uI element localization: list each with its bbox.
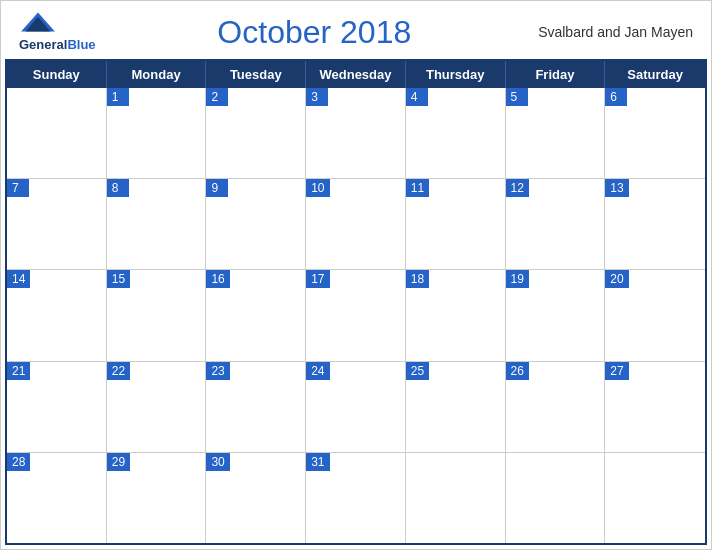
day-cell: 21: [7, 362, 107, 452]
day-number: 24: [306, 362, 329, 380]
day-cell: 1: [107, 88, 207, 178]
day-number: 26: [506, 362, 529, 380]
day-cell: 29: [107, 453, 207, 543]
day-cell: 14: [7, 270, 107, 360]
day-number: 14: [7, 270, 30, 288]
day-cell: 28: [7, 453, 107, 543]
day-cell: 26: [506, 362, 606, 452]
day-number: 17: [306, 270, 329, 288]
day-cell: 4: [406, 88, 506, 178]
day-header-tuesday: Tuesday: [206, 61, 306, 88]
calendar-header: GeneralBlue October 2018 Svalbard and Ja…: [1, 1, 711, 59]
day-number: 15: [107, 270, 130, 288]
day-cell: 10: [306, 179, 406, 269]
day-number: 31: [306, 453, 329, 471]
day-number: 7: [7, 179, 29, 197]
day-header-wednesday: Wednesday: [306, 61, 406, 88]
day-number: 18: [406, 270, 429, 288]
day-cell: 24: [306, 362, 406, 452]
day-header-saturday: Saturday: [605, 61, 705, 88]
day-number: 12: [506, 179, 529, 197]
day-headers: SundayMondayTuesdayWednesdayThursdayFrid…: [7, 61, 705, 88]
day-number: 20: [605, 270, 628, 288]
day-number: 6: [605, 88, 627, 106]
week-row-4: 21222324252627: [7, 362, 705, 453]
day-cell: 30: [206, 453, 306, 543]
day-header-friday: Friday: [506, 61, 606, 88]
day-number: 23: [206, 362, 229, 380]
day-cell: 25: [406, 362, 506, 452]
day-cell: 11: [406, 179, 506, 269]
day-number: 29: [107, 453, 130, 471]
region-name: Svalbard and Jan Mayen: [533, 24, 693, 40]
day-number: 25: [406, 362, 429, 380]
general-blue-logo-icon: [19, 11, 57, 33]
day-header-sunday: Sunday: [7, 61, 107, 88]
calendar-container: GeneralBlue October 2018 Svalbard and Ja…: [0, 0, 712, 550]
day-number: 1: [107, 88, 129, 106]
day-header-monday: Monday: [107, 61, 207, 88]
day-cell: 16: [206, 270, 306, 360]
day-cell: 27: [605, 362, 705, 452]
day-cell: [7, 88, 107, 178]
day-number: 30: [206, 453, 229, 471]
day-cell: [406, 453, 506, 543]
day-cell: 23: [206, 362, 306, 452]
day-cell: 20: [605, 270, 705, 360]
week-row-1: 123456: [7, 88, 705, 179]
day-cell: 7: [7, 179, 107, 269]
day-number: 13: [605, 179, 628, 197]
day-cell: 18: [406, 270, 506, 360]
day-number: 8: [107, 179, 129, 197]
calendar-grid-wrapper: SundayMondayTuesdayWednesdayThursdayFrid…: [5, 59, 707, 545]
day-number: 27: [605, 362, 628, 380]
day-cell: 13: [605, 179, 705, 269]
month-title: October 2018: [96, 14, 533, 51]
logo-text: GeneralBlue: [19, 35, 96, 53]
day-cell: 2: [206, 88, 306, 178]
day-number: 10: [306, 179, 329, 197]
day-cell: 19: [506, 270, 606, 360]
day-cell: 6: [605, 88, 705, 178]
day-cell: 3: [306, 88, 406, 178]
day-number: 2: [206, 88, 228, 106]
day-number: 21: [7, 362, 30, 380]
day-cell: 15: [107, 270, 207, 360]
day-cell: 22: [107, 362, 207, 452]
day-number: 19: [506, 270, 529, 288]
day-cell: 5: [506, 88, 606, 178]
day-number: 22: [107, 362, 130, 380]
day-number: 3: [306, 88, 328, 106]
day-header-thursday: Thursday: [406, 61, 506, 88]
day-number: 28: [7, 453, 30, 471]
day-number: 16: [206, 270, 229, 288]
logo-area: GeneralBlue: [19, 11, 96, 53]
day-cell: 31: [306, 453, 406, 543]
day-number: 4: [406, 88, 428, 106]
week-row-3: 14151617181920: [7, 270, 705, 361]
weeks: 1234567891011121314151617181920212223242…: [7, 88, 705, 543]
day-number: 11: [406, 179, 429, 197]
day-cell: [605, 453, 705, 543]
day-number: 5: [506, 88, 528, 106]
day-cell: 12: [506, 179, 606, 269]
day-number: 9: [206, 179, 228, 197]
week-row-5: 28293031: [7, 453, 705, 543]
week-row-2: 78910111213: [7, 179, 705, 270]
day-cell: 8: [107, 179, 207, 269]
day-cell: 9: [206, 179, 306, 269]
day-cell: [506, 453, 606, 543]
day-cell: 17: [306, 270, 406, 360]
